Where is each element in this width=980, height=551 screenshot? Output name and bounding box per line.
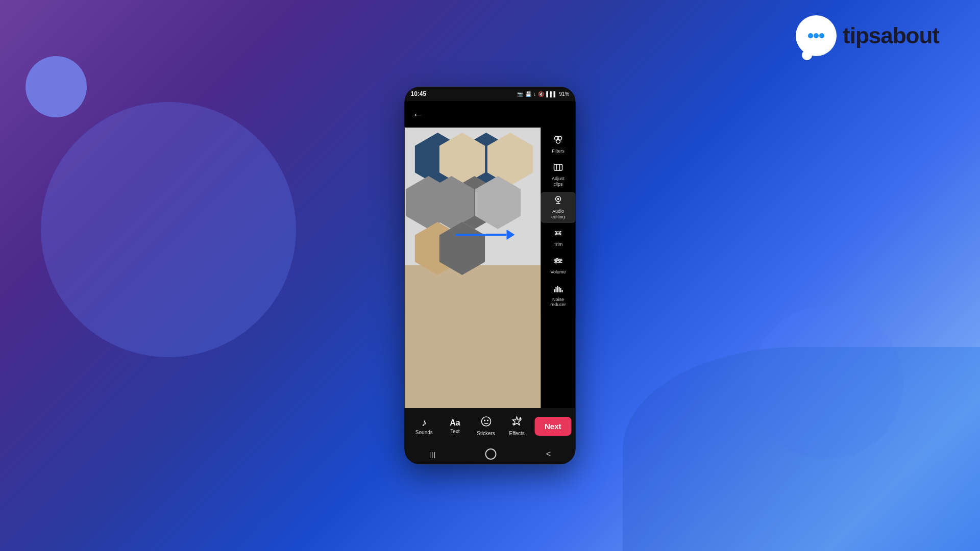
noise-reducer-label: Noisereducer [550, 297, 566, 308]
nav-menu-button[interactable]: ||| [429, 450, 436, 458]
effects-label: Effects [509, 431, 524, 436]
volume-icon [553, 256, 564, 268]
noise-reducer-icon [553, 283, 564, 296]
svg-point-30 [487, 420, 488, 421]
stickers-label: Stickers [477, 431, 495, 436]
camera-icon: 📷 [517, 91, 523, 97]
system-nav-bar: ||| < [405, 444, 576, 464]
battery-level: 91% [559, 91, 569, 97]
right-tools-panel: Filters Adjustclips Audio [541, 128, 576, 315]
phone-frame: 10:45 📷 💾 ↓ 🔇 ▌▌▌ 91% ← [405, 87, 576, 464]
svg-rect-6 [554, 164, 562, 170]
logo-bubble [796, 15, 837, 56]
adjust-clips-label: Adjustclips [552, 176, 565, 187]
sounds-label: Sounds [415, 430, 433, 435]
status-bar: 10:45 📷 💾 ↓ 🔇 ▌▌▌ 91% [405, 87, 576, 101]
next-button[interactable]: Next [534, 417, 572, 436]
arrow-head [507, 230, 515, 240]
mute-icon: 🔇 [538, 91, 544, 97]
tool-text[interactable]: Aa Text [439, 416, 471, 436]
effects-icon [511, 416, 523, 430]
save-icon: 💾 [525, 91, 531, 97]
sounds-icon: ♪ [422, 417, 427, 429]
tool-audio-editing[interactable]: Audioediting [541, 192, 576, 223]
audio-editing-label: Audioediting [551, 209, 565, 220]
svg-point-2 [819, 33, 824, 38]
bottom-toolbar: ♪ Sounds Aa Text Stickers [405, 408, 576, 444]
trim-icon [553, 228, 564, 241]
tool-noise-reducer[interactable]: Noisereducer [541, 280, 576, 311]
svg-point-32 [512, 423, 514, 425]
filters-icon [553, 135, 564, 147]
tool-volume[interactable]: Volume [541, 253, 576, 278]
svg-point-19 [556, 258, 558, 260]
audio-editing-icon [553, 195, 564, 208]
main-content [405, 128, 541, 408]
download-icon: ↓ [533, 91, 536, 97]
svg-rect-25 [559, 287, 560, 292]
text-icon: Aa [450, 418, 460, 428]
trim-label: Trim [554, 242, 563, 247]
bottom-area [405, 265, 541, 408]
tool-filters[interactable]: Filters [541, 132, 576, 157]
text-label: Text [450, 429, 459, 434]
adjust-clips-icon [553, 162, 564, 175]
signal-icon: ▌▌▌ [546, 91, 557, 97]
tool-adjust-clips[interactable]: Adjustclips [541, 159, 576, 190]
tipsabout-logo: tipsabout [796, 15, 939, 56]
bg-decoration-circle-large [41, 102, 296, 357]
tool-effects[interactable]: Effects [501, 414, 532, 438]
bg-decoration-circle-small [26, 56, 87, 117]
stickers-icon [480, 416, 492, 430]
tool-stickers[interactable]: Stickers [471, 414, 502, 438]
svg-rect-24 [557, 286, 558, 292]
arrow-annotation [456, 230, 515, 240]
tool-sounds[interactable]: ♪ Sounds [409, 415, 440, 437]
hex-background [405, 128, 541, 408]
svg-point-0 [808, 33, 813, 38]
filters-label: Filters [552, 148, 565, 154]
bg-decoration-wave [623, 347, 980, 551]
volume-label: Volume [550, 269, 566, 275]
svg-rect-23 [556, 287, 557, 292]
svg-point-10 [557, 198, 559, 200]
svg-rect-26 [560, 288, 561, 292]
svg-point-1 [814, 33, 819, 38]
svg-rect-27 [562, 290, 563, 292]
svg-point-21 [555, 261, 557, 263]
back-icon: ← [413, 109, 423, 120]
tool-trim[interactable]: Trim [541, 225, 576, 251]
back-button[interactable]: ← [409, 107, 427, 122]
svg-point-28 [481, 417, 491, 426]
logo-text: tipsabout [843, 23, 939, 48]
status-time: 10:45 [411, 90, 427, 97]
status-icons: 📷 💾 ↓ 🔇 ▌▌▌ 91% [517, 91, 569, 97]
svg-point-29 [484, 420, 485, 421]
top-toolbar: ← [405, 101, 576, 128]
svg-point-20 [559, 260, 561, 262]
svg-rect-22 [554, 289, 555, 292]
arrow-line [456, 234, 507, 236]
svg-point-31 [520, 417, 522, 419]
nav-home-button[interactable] [485, 448, 497, 460]
nav-back-button[interactable]: < [546, 449, 551, 459]
